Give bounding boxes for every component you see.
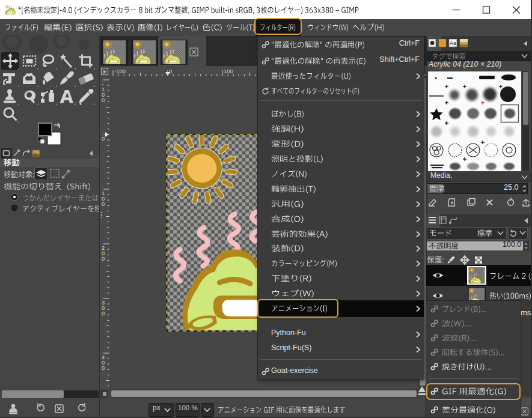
svg-text:0: 0 — [102, 97, 105, 103]
svg-text:-100: -100 — [114, 68, 126, 74]
svg-text:100: 100 — [224, 68, 233, 74]
svg-text:0: 0 — [102, 201, 105, 207]
svg-text:0: 0 — [102, 310, 105, 317]
svg-text:Aa: Aa — [450, 40, 456, 46]
svg-text:0: 0 — [102, 255, 105, 262]
svg-text:0: 0 — [169, 68, 172, 74]
svg-text:0: 0 — [102, 365, 105, 371]
svg-text:0: 0 — [102, 135, 105, 142]
